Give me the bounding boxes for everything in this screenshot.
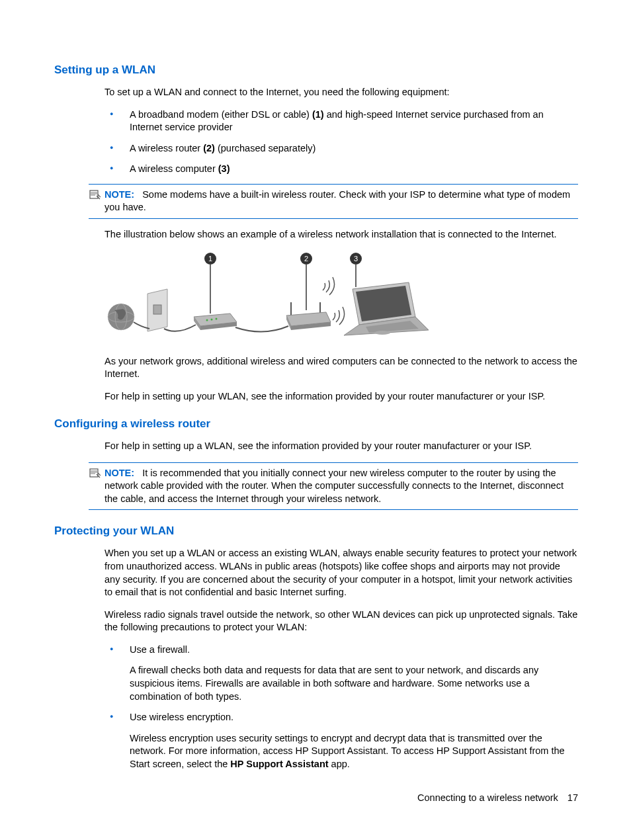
laptop-icon [344,282,429,335]
note-box: NOTE: It is recommended that you initial… [89,462,578,511]
note-box: NOTE: Some modems have a built-in wirele… [89,184,578,219]
note-icon [89,189,101,203]
text: Use a firewall. [130,644,190,655]
note-text: NOTE: Some modems have a built-in wirele… [105,189,578,214]
note-label: NOTE: [105,468,134,478]
heading-setting-up-wlan: Setting up a WLAN [54,63,578,77]
heading-configuring-router: Configuring a wireless router [54,417,578,431]
heading-protecting-wlan: Protecting your WLAN [54,525,578,538]
section1-p3: As your network grows, additional wirele… [105,355,578,381]
text: A broadband modem (either DSL or cable) [130,109,312,120]
list-item: A wireless computer (3) [105,163,578,176]
list-item: A broadband modem (either DSL or cable) … [105,108,578,134]
globe-icon [108,304,134,330]
page-number: 17 [568,792,578,803]
svg-rect-17 [90,469,98,477]
section1-p2: The illustration below shows an example … [105,228,578,241]
router-icon [286,302,331,330]
svg-rect-10 [153,305,161,314]
text: (purchased separately) [215,143,316,153]
text: app. [329,759,350,769]
callout-ref: (2) [203,143,215,153]
sub-text: Wireless encryption uses security settin… [130,732,578,771]
svg-point-11 [206,319,208,321]
callout-1: 1 [208,255,212,263]
callout-ref: (1) [312,109,324,120]
svg-rect-0 [90,190,98,198]
note-label: NOTE: [105,189,134,200]
sub-text: A firewall checks both data and requests… [130,664,578,703]
footer-text: Connecting to a wireless network [417,792,558,803]
section2-p1: For help in setting up a WLAN, see the i… [105,440,578,453]
callout-ref: (3) [218,163,230,174]
section3-p1: When you set up a WLAN or access an exis… [105,547,578,599]
callout-2: 2 [304,255,308,263]
modem-icon [194,314,237,330]
text: Use wireless encryption. [130,712,233,722]
text: A wireless computer [130,163,218,174]
section1-intro: To set up a WLAN and connect to the Inte… [105,86,578,99]
note-text: NOTE: It is recommended that you initial… [105,467,578,506]
list-item: Use wireless encryption. Wireless encryp… [105,711,578,771]
svg-point-13 [216,317,218,319]
network-diagram: 1 2 3 [105,251,578,346]
text: A wireless router [130,143,203,153]
section1-p4: For help in setting up your WLAN, see th… [105,390,578,403]
callout-3: 3 [354,255,358,263]
app-name: HP Support Assistant [230,759,328,769]
note-body: Some modems have a built-in wireless rou… [105,189,570,213]
list-item: Use a firewall. A firewall checks both d… [105,644,578,703]
equipment-list: A broadband modem (either DSL or cable) … [105,108,578,176]
svg-point-16 [374,331,390,335]
svg-point-12 [211,318,213,320]
section3-p2: Wireless radio signals travel outside th… [105,609,578,634]
page-footer: Connecting to a wireless network17 [417,792,578,803]
precautions-list: Use a firewall. A firewall checks both d… [105,644,578,771]
list-item: A wireless router (2) (purchased separat… [105,142,578,155]
note-body: It is recommended that you initially con… [105,468,564,504]
wall-jack-icon [147,289,167,331]
note-icon [89,467,101,482]
